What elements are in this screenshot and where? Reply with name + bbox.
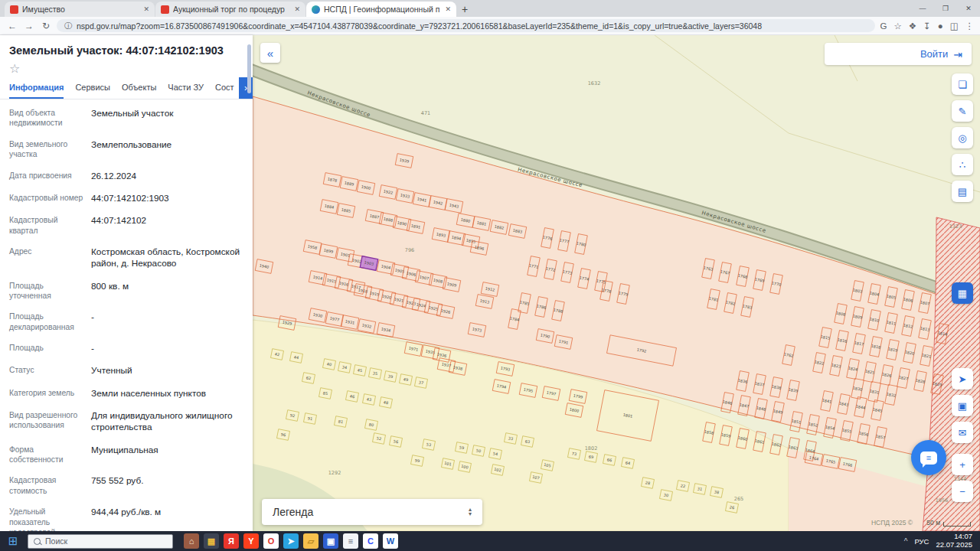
yandex-app[interactable]: Y: [243, 533, 259, 549]
map-tool-group: ❏✎◎∴▤: [952, 73, 973, 207]
site-info-icon[interactable]: ⓘ: [64, 21, 72, 31]
taskbar: ⊞ Поиск ⌂▦ЯYO➤▱▣≡CW ^ РУС 14:07 22.07.20…: [0, 531, 980, 551]
print-button[interactable]: ▤: [952, 181, 973, 202]
locate-button[interactable]: ➤: [952, 368, 973, 390]
parcel-label-31: 31: [697, 486, 702, 491]
tab-close-icon[interactable]: ✕: [294, 5, 300, 13]
field-row: Площадь-: [9, 337, 242, 360]
parcel-label-43: 43: [366, 396, 371, 402]
field-label: Дата присвоения: [9, 171, 83, 182]
system-tray: ^ РУС 14:07 22.07.2025: [904, 533, 977, 549]
field-row: Категория земельЗемли населенных пунктов: [9, 383, 242, 405]
browser-tab-1[interactable]: Имущество ✕: [5, 2, 155, 17]
parcel-label-40: 40: [326, 361, 332, 367]
close-button[interactable]: ✕: [957, 0, 980, 17]
panel-tab-bar: ИнформацияСервисыОбъектыЧасти ЗУСост ›: [0, 77, 253, 99]
blue-app[interactable]: ▣: [323, 533, 338, 549]
app-grid[interactable]: ▦: [204, 533, 219, 549]
parcel-label-1292: 1292: [328, 470, 341, 476]
taskbar-clock[interactable]: 14:07 22.07.2025: [936, 533, 972, 549]
panel-tab-Сост[interactable]: Сост: [215, 77, 234, 99]
panel-tab-Информация[interactable]: Информация: [9, 77, 64, 99]
basemap-button[interactable]: ▦: [952, 282, 973, 304]
browser-tab-3-active[interactable]: НСПД | Геоинформационный п ✕: [306, 2, 456, 17]
tab-close-icon[interactable]: ✕: [445, 5, 451, 13]
nspd-favicon: [312, 5, 320, 14]
field-row: Форма собственностиМуниципальная: [9, 439, 242, 471]
rts-market-app[interactable]: ⌂: [184, 533, 199, 549]
field-row: Площадь декларированная-: [9, 306, 242, 337]
zoom-out-button[interactable]: −: [952, 481, 973, 502]
zoom-in-button[interactable]: +: [952, 454, 973, 475]
map-canvas[interactable]: 1632471796129226519561323134313441802193…: [253, 35, 980, 531]
browser-tab-2[interactable]: Аукционный торг по процедур ✕: [155, 2, 305, 17]
menu-icon[interactable]: ⋮: [965, 21, 975, 31]
field-value: 26.12.2024: [91, 171, 242, 182]
notes-app[interactable]: ≡: [343, 533, 358, 549]
bookmark-star-icon[interactable]: ☆: [893, 21, 901, 31]
legend-button[interactable]: Легенда ▴ ▾: [262, 499, 482, 525]
map-tool-group: +−: [952, 454, 973, 507]
measure-button[interactable]: ✎: [952, 100, 973, 122]
extensions-icon[interactable]: ❖: [909, 21, 916, 31]
parcel-label-64: 64: [625, 460, 630, 465]
downloads-icon[interactable]: ↧: [923, 21, 931, 31]
parcel-label-48: 48: [383, 399, 388, 405]
page-title: Земельный участок: 44:07:142102:1903: [0, 35, 253, 60]
legend-label: Легенда: [273, 506, 313, 518]
forward-button[interactable]: →: [23, 21, 35, 31]
panel-scrollbar[interactable]: [247, 44, 251, 93]
tab-close-icon[interactable]: ✕: [143, 5, 149, 13]
panel-tab-Части ЗУ[interactable]: Части ЗУ: [168, 77, 204, 99]
translate-icon[interactable]: G: [880, 21, 887, 31]
parcel-label-53: 53: [426, 442, 431, 447]
map-viewport[interactable]: 1632471796129226519561323134313441802193…: [253, 35, 980, 531]
parcel-label-49: 49: [403, 377, 408, 382]
layers-button[interactable]: ❏: [952, 73, 973, 95]
support-chat-button[interactable]: ≡: [911, 440, 946, 475]
field-row: Кадастровый квартал44:07:142102: [9, 210, 242, 241]
yandex-browser[interactable]: Я: [224, 533, 239, 549]
favorite-star-icon[interactable]: ☆: [9, 61, 253, 76]
tray-expand-icon[interactable]: ^: [904, 537, 908, 546]
login-button[interactable]: Войти ⇥: [825, 43, 972, 65]
parcel-label-66: 66: [606, 457, 612, 462]
maximize-button[interactable]: ❐: [934, 0, 957, 17]
split-view-icon[interactable]: ◫: [950, 21, 959, 31]
opera-browser[interactable]: O: [263, 533, 279, 549]
new-tab-button[interactable]: +: [462, 3, 468, 15]
address-bar[interactable]: ⓘ nspd.gov.ru/map?zoom=16.87350086749190…: [57, 19, 875, 32]
collapse-panel-button[interactable]: «: [260, 43, 280, 63]
field-value: 800 кв. м: [91, 281, 242, 302]
parcel-label-30: 30: [663, 492, 668, 497]
parcel-label-96: 96: [280, 432, 286, 437]
profile-icon[interactable]: ●: [938, 21, 943, 31]
share-button[interactable]: ∴: [952, 154, 973, 175]
feedback-button[interactable]: ✉: [952, 422, 973, 443]
taskbar-search[interactable]: Поиск: [28, 534, 173, 549]
identify-button[interactable]: ▣: [952, 395, 973, 416]
tab-title: НСПД | Геоинформационный п: [324, 5, 441, 14]
search-object-button[interactable]: ◎: [952, 127, 973, 148]
field-row: Дата присвоения26.12.2024: [9, 165, 242, 187]
parcel-label-37: 37: [418, 380, 423, 385]
field-value: Землепользование: [91, 139, 242, 160]
panel-tab-Сервисы[interactable]: Сервисы: [75, 77, 110, 99]
field-row: Вид земельного участкаЗемлепользование: [9, 134, 242, 165]
word-app[interactable]: W: [383, 533, 398, 549]
language-indicator[interactable]: РУС: [914, 537, 929, 546]
clipchamp-app[interactable]: C: [363, 533, 378, 549]
panel-tab-Объекты[interactable]: Объекты: [122, 77, 156, 99]
scale-label: 50 м: [926, 519, 940, 527]
field-value: 755 552 руб.: [91, 475, 242, 496]
parcel-label-45: 45: [357, 367, 362, 373]
field-row: Площадь уточненная800 кв. м: [9, 276, 242, 307]
screen: Имущество ✕ Аукционный торг по процедур …: [0, 0, 980, 551]
start-button[interactable]: ⊞: [3, 534, 23, 548]
back-button[interactable]: ←: [6, 21, 18, 31]
minimize-button[interactable]: —: [911, 0, 934, 17]
parcel-label-63: 63: [524, 439, 530, 444]
telegram-app[interactable]: ➤: [283, 533, 299, 549]
file-explorer[interactable]: ▱: [303, 533, 318, 549]
reload-button[interactable]: ↻: [40, 21, 52, 31]
